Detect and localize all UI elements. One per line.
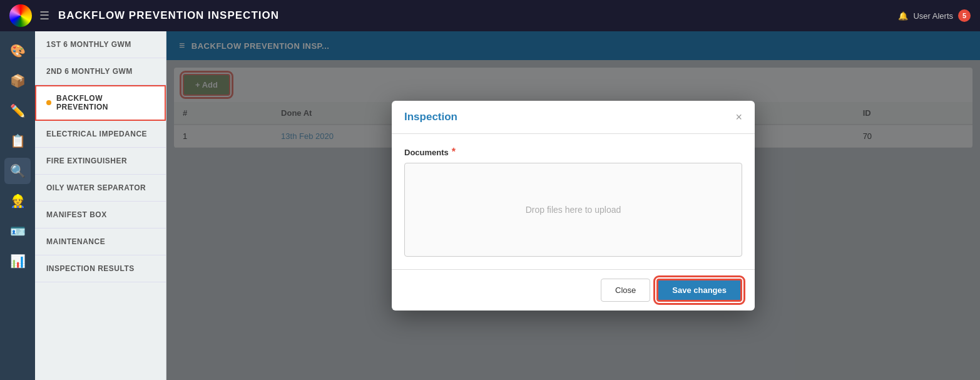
alerts-badge[interactable]: 5 — [958, 9, 971, 22]
modal-dialog: Inspection × Documents * Drop files here… — [392, 101, 755, 311]
close-button[interactable]: Close — [601, 279, 650, 302]
modal-footer: Close Save changes — [392, 269, 755, 311]
sidebar-icon-search[interactable]: 🔍 — [4, 158, 31, 184]
sidebar-item-2nd-6-monthly[interactable]: 2ND 6 MONTHLY GWM — [35, 58, 166, 85]
sidebar-item-fire-ext[interactable]: FIRE EXTINGUISHER — [35, 148, 166, 175]
sidebar-label-maintenance: MAINTENANCE — [46, 237, 105, 246]
icon-sidebar: 🎨 📦 ✏️ 📋 🔍 👷 🪪 📊 — [0, 31, 35, 380]
sidebar-label-1st-6-monthly: 1ST 6 MONTHLY GWM — [46, 40, 131, 49]
sidebar-icon-edit[interactable]: ✏️ — [4, 98, 31, 124]
file-dropzone[interactable]: Drop files here to upload — [404, 163, 742, 257]
sidebar-label-backflow: BACKFLOW PREVENTION — [56, 94, 155, 111]
sidebar-item-inspection-results[interactable]: INSPECTION RESULTS — [35, 255, 166, 282]
modal-title: Inspection — [404, 111, 457, 123]
page-title: BACKFLOW PREVENTION INSPECTION — [58, 9, 898, 22]
app-logo — [9, 4, 32, 27]
sidebar-icon-clipboard[interactable]: 📋 — [4, 128, 31, 154]
top-bar-right: 🔔 User Alerts 5 — [898, 9, 971, 22]
bell-icon: 🔔 — [898, 11, 908, 21]
modal-body: Documents * Drop files here to upload — [392, 134, 755, 269]
sidebar-item-oily-water[interactable]: OILY WATER SEPARATOR — [35, 175, 166, 202]
sidebar-dot-backflow — [46, 100, 51, 105]
documents-label: Documents * — [404, 146, 742, 158]
sidebar-item-backflow[interactable]: BACKFLOW PREVENTION — [35, 85, 166, 121]
sidebar-icon-palette[interactable]: 🎨 — [4, 38, 31, 64]
documents-label-text: Documents — [404, 148, 449, 157]
sidebar-icon-id[interactable]: 🪪 — [4, 218, 31, 244]
sidebar-icon-chart[interactable]: 📊 — [4, 248, 31, 274]
dropzone-text: Drop files here to upload — [526, 205, 621, 215]
sidebar-label-fire-ext: FIRE EXTINGUISHER — [46, 157, 127, 165]
menu-icon[interactable]: ☰ — [39, 9, 49, 23]
main-layout: 🎨 📦 ✏️ 📋 🔍 👷 🪪 📊 1ST 6 MONTHLY GWM 2ND 6… — [0, 31, 980, 380]
sidebar-icon-box[interactable]: 📦 — [4, 68, 31, 94]
sidebar-item-maintenance[interactable]: MAINTENANCE — [35, 229, 166, 255]
sidebar-item-electrical[interactable]: ELECTRICAL IMPEDANCE — [35, 121, 166, 148]
content-area: ≡ BACKFLOW PREVENTION INSP... + Add # Do… — [166, 31, 980, 380]
modal-close-button[interactable]: × — [735, 111, 742, 123]
sidebar-label-inspection-results: INSPECTION RESULTS — [46, 264, 135, 273]
save-changes-button[interactable]: Save changes — [656, 279, 742, 302]
text-sidebar: 1ST 6 MONTHLY GWM 2ND 6 MONTHLY GWM BACK… — [35, 31, 166, 380]
modal-header: Inspection × — [392, 101, 755, 134]
required-star: * — [452, 146, 456, 158]
sidebar-label-electrical: ELECTRICAL IMPEDANCE — [46, 130, 147, 138]
sidebar-label-manifest: MANIFEST BOX — [46, 210, 107, 219]
sidebar-label-2nd-6-monthly: 2ND 6 MONTHLY GWM — [46, 67, 133, 76]
top-bar: ☰ BACKFLOW PREVENTION INSPECTION 🔔 User … — [0, 0, 980, 31]
modal-overlay: Inspection × Documents * Drop files here… — [166, 31, 980, 380]
sidebar-item-manifest[interactable]: MANIFEST BOX — [35, 202, 166, 229]
sidebar-item-1st-6-monthly[interactable]: 1ST 6 MONTHLY GWM — [35, 31, 166, 58]
sidebar-icon-hardhat[interactable]: 👷 — [4, 188, 31, 214]
user-alerts-label: User Alerts — [913, 11, 953, 21]
sidebar-label-oily-water: OILY WATER SEPARATOR — [46, 183, 146, 192]
